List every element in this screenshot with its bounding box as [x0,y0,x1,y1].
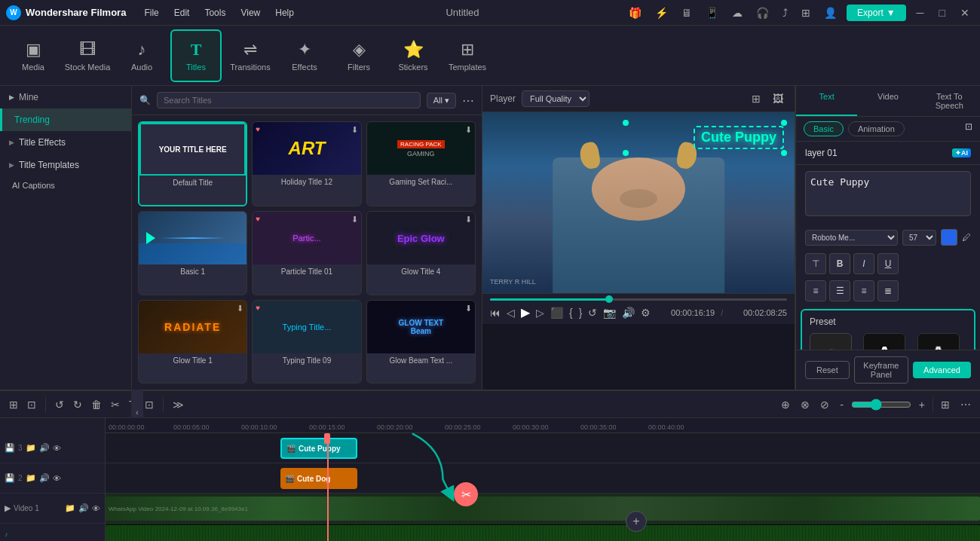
menu-file[interactable]: File [138,6,164,20]
tab-text[interactable]: Text [796,86,857,116]
clip-cute-puppy[interactable]: 🎬 Cute Puppy [280,438,357,459]
tl-settings-icon[interactable]: ⋯ [957,397,974,412]
mark-out-icon[interactable]: } [579,307,583,319]
download-icon-holiday[interactable]: ⬇ [351,125,358,135]
preset-white-shadow[interactable]: A [863,333,905,350]
title-card-typing[interactable]: Typing Title... ♥ Typing Title 09 [252,300,361,384]
volume-icon[interactable]: 🔊 [622,307,635,319]
menu-help[interactable]: Help [269,6,300,20]
tl-magnet-icon[interactable]: ⊗ [798,397,813,412]
panel-options-icon[interactable]: ⊡ [965,121,972,136]
track1-folder-icon[interactable]: 📁 [65,503,75,513]
tl-redo-icon[interactable]: ↻ [70,397,85,412]
lightning-icon[interactable]: ⚡ [651,5,672,20]
reset-button[interactable]: Reset [805,361,850,379]
menu-tools[interactable]: Tools [198,6,231,20]
align-left-button[interactable]: ≡ [805,280,826,301]
sub-tab-animation[interactable]: Animation [848,121,905,136]
align-right-button[interactable]: ≡ [853,280,874,301]
maximize-button[interactable]: □ [935,5,950,20]
sidebar-item-trending[interactable]: Trending [0,109,131,131]
download-icon-particle[interactable]: ⬇ [351,215,358,225]
stop-icon[interactable]: ⬛ [550,307,563,319]
export-dropdown-icon[interactable]: ▼ [887,8,896,18]
sidebar-item-title-effects[interactable]: ▶ Title Effects [0,131,131,154]
track2-audio-icon[interactable]: 🔊 [39,473,50,483]
title-card-radiate[interactable]: RADIATE ⬇ Glow Title 1 [138,300,247,384]
toolbar-templates[interactable]: ⊞ Templates [442,29,493,82]
frame-forward-icon[interactable]: ▷ [536,307,544,319]
download-icon-glow4[interactable]: ⬇ [465,215,472,225]
track1-play-icon[interactable]: ▶ [5,503,11,513]
underline-button[interactable]: U [877,253,899,274]
avatar-icon[interactable]: 👤 [820,5,841,20]
keyframe-panel-button[interactable]: Keyframe Panel [854,356,908,384]
settings-icon[interactable]: ⚙ [641,307,651,319]
tab-text-to-speech[interactable]: Text To Speech [919,86,980,116]
tl-zoom-out-icon[interactable]: - [837,397,847,412]
tl-crop-icon[interactable]: ⊡ [142,397,157,412]
title-card-default[interactable]: YOUR TITLE HERE Default Title [138,121,247,206]
tl-zoom-in-icon[interactable]: + [916,397,928,412]
download-icon-radiate[interactable]: ⬇ [237,304,243,313]
headset-icon[interactable]: 🎧 [752,5,773,20]
grid-view-icon[interactable]: ⊞ [748,91,764,106]
frame-back-icon[interactable]: ◁ [507,307,515,319]
toolbar-effects[interactable]: ✦ Effects [279,29,330,82]
toolbar-titles[interactable]: T Titles [170,29,222,82]
progress-thumb[interactable] [605,295,613,303]
camera-icon[interactable]: 📷 [603,307,616,319]
minimize-button[interactable]: ─ [912,5,929,20]
mine-section[interactable]: ▶ Mine [0,86,131,109]
italic-button[interactable]: I [853,253,874,274]
toolbar-media[interactable]: ▣ Media [8,29,59,82]
title-card-glow-beam[interactable]: GLOW TEXTBeam ⬇ Glow Beam Text ... [366,300,476,384]
text-content-input[interactable]: Cute Puppy [805,171,971,216]
title-card-particle[interactable]: Partic... ♥ ⬇ Particle Title 01 [252,211,361,295]
advanced-button[interactable]: Advanced [913,362,971,378]
menu-edit[interactable]: Edit [168,6,196,20]
toolbar-transitions[interactable]: ⇌ Transitions [225,29,276,82]
download-icon-glow-beam[interactable]: ⬇ [465,304,472,313]
download-icon-gaming[interactable]: ⬇ [465,125,472,135]
title-card-glow4[interactable]: Epic Glow ⬇ Glow Title 4 [366,211,476,295]
preset-outline-white[interactable]: A [917,333,960,350]
menu-view[interactable]: View [234,6,266,20]
more-options-icon[interactable]: ⋯ [462,93,474,108]
tl-more-icon[interactable]: ≫ [170,397,187,412]
align-center-button[interactable]: ☰ [829,280,850,301]
tl-zoom-slider[interactable] [851,399,911,411]
loop-icon[interactable]: ↺ [588,307,597,319]
sidebar-item-title-templates[interactable]: ▶ Title Templates [0,154,131,176]
text-align-options-icon[interactable]: ⊤ [805,253,826,274]
tl-undo-icon[interactable]: ↺ [52,397,67,412]
font-select[interactable]: Roboto Me... [805,230,898,246]
toolbar-audio[interactable]: ♪ Audio [116,29,167,82]
align-justify-button[interactable]: ≣ [877,280,899,301]
quality-select[interactable]: Full Quality 1/2 Quality [522,90,590,107]
grid-icon[interactable]: ⊞ [798,5,814,20]
playhead-top-marker[interactable] [324,433,330,444]
cloud-icon[interactable]: ☁ [728,5,746,20]
mobile-icon[interactable]: 📱 [702,5,722,20]
track2-visibility-icon[interactable]: 👁 [53,474,61,483]
track3-folder-icon[interactable]: 📁 [26,443,36,453]
track1-audio-icon[interactable]: 🔊 [78,503,89,513]
tl-cut-icon[interactable]: ✂ [108,397,123,412]
track2-lock-icon[interactable]: 💾 [5,473,15,483]
add-track-button[interactable]: + [626,511,647,532]
toolbar-stock-media[interactable]: 🎞 Stock Media [62,29,113,82]
title-card-basic1[interactable]: Basic 1 [138,211,247,295]
sub-tab-basic[interactable]: Basic [804,121,844,136]
tl-snap-icon[interactable]: ⊕ [778,397,793,412]
tl-delete-icon[interactable]: 🗑 [88,397,105,412]
preset-none[interactable]: ⊘ [810,333,852,350]
track3-lock-icon[interactable]: 💾 [5,443,15,453]
monitor-icon[interactable]: 🖥 [678,5,696,20]
track3-visibility-icon[interactable]: 👁 [53,444,61,453]
mark-in-icon[interactable]: { [569,307,573,319]
eyedropper-icon[interactable]: 🖊 [962,232,971,243]
filter-dropdown[interactable]: All ▾ [427,93,456,109]
tl-grid-icon[interactable]: ⊞ [938,397,953,412]
export-button[interactable]: Export ▼ [847,5,906,21]
